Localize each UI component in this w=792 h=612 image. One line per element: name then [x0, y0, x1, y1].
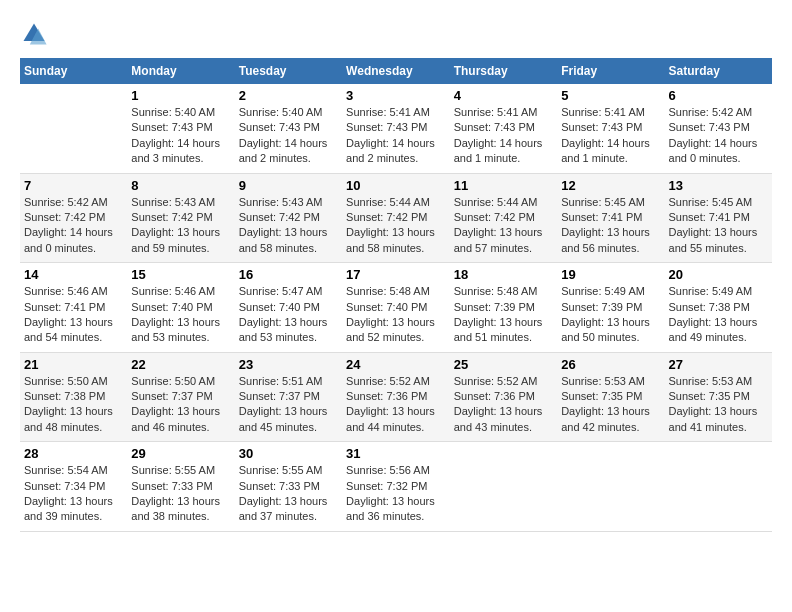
- sunrise-text: Sunrise: 5:54 AM: [24, 463, 123, 478]
- daylight-text: Daylight: 13 hours and 53 minutes.: [239, 315, 338, 346]
- cell-3-1: 14Sunrise: 5:46 AMSunset: 7:41 PMDayligh…: [20, 263, 127, 353]
- sunrise-text: Sunrise: 5:52 AM: [454, 374, 553, 389]
- sunset-text: Sunset: 7:43 PM: [346, 120, 446, 135]
- sunrise-text: Sunrise: 5:42 AM: [669, 105, 768, 120]
- day-number: 25: [454, 357, 553, 372]
- logo: [20, 20, 52, 48]
- day-number: 21: [24, 357, 123, 372]
- day-number: 16: [239, 267, 338, 282]
- daylight-text: Daylight: 13 hours and 36 minutes.: [346, 494, 446, 525]
- cell-2-4: 10Sunrise: 5:44 AMSunset: 7:42 PMDayligh…: [342, 173, 450, 263]
- col-header-tuesday: Tuesday: [235, 58, 342, 84]
- day-number: 13: [669, 178, 768, 193]
- cell-4-6: 26Sunrise: 5:53 AMSunset: 7:35 PMDayligh…: [557, 352, 664, 442]
- sunset-text: Sunset: 7:43 PM: [669, 120, 768, 135]
- sunrise-text: Sunrise: 5:48 AM: [346, 284, 446, 299]
- daylight-text: Daylight: 14 hours and 0 minutes.: [669, 136, 768, 167]
- cell-2-3: 9Sunrise: 5:43 AMSunset: 7:42 PMDaylight…: [235, 173, 342, 263]
- cell-3-3: 16Sunrise: 5:47 AMSunset: 7:40 PMDayligh…: [235, 263, 342, 353]
- day-number: 6: [669, 88, 768, 103]
- cell-2-5: 11Sunrise: 5:44 AMSunset: 7:42 PMDayligh…: [450, 173, 557, 263]
- sunrise-text: Sunrise: 5:50 AM: [24, 374, 123, 389]
- day-number: 5: [561, 88, 660, 103]
- sunrise-text: Sunrise: 5:41 AM: [561, 105, 660, 120]
- daylight-text: Daylight: 14 hours and 0 minutes.: [24, 225, 123, 256]
- sunset-text: Sunset: 7:41 PM: [669, 210, 768, 225]
- sunset-text: Sunset: 7:40 PM: [346, 300, 446, 315]
- daylight-text: Daylight: 13 hours and 44 minutes.: [346, 404, 446, 435]
- col-header-friday: Friday: [557, 58, 664, 84]
- sunrise-text: Sunrise: 5:40 AM: [131, 105, 230, 120]
- sunrise-text: Sunrise: 5:48 AM: [454, 284, 553, 299]
- col-header-saturday: Saturday: [665, 58, 772, 84]
- cell-4-7: 27Sunrise: 5:53 AMSunset: 7:35 PMDayligh…: [665, 352, 772, 442]
- daylight-text: Daylight: 13 hours and 58 minutes.: [239, 225, 338, 256]
- cell-5-3: 30Sunrise: 5:55 AMSunset: 7:33 PMDayligh…: [235, 442, 342, 532]
- sunset-text: Sunset: 7:34 PM: [24, 479, 123, 494]
- logo-icon: [20, 20, 48, 48]
- cell-3-2: 15Sunrise: 5:46 AMSunset: 7:40 PMDayligh…: [127, 263, 234, 353]
- sunrise-text: Sunrise: 5:49 AM: [561, 284, 660, 299]
- cell-1-2: 1Sunrise: 5:40 AMSunset: 7:43 PMDaylight…: [127, 84, 234, 173]
- calendar-table: SundayMondayTuesdayWednesdayThursdayFrid…: [20, 58, 772, 532]
- daylight-text: Daylight: 13 hours and 57 minutes.: [454, 225, 553, 256]
- col-header-monday: Monday: [127, 58, 234, 84]
- daylight-text: Daylight: 13 hours and 54 minutes.: [24, 315, 123, 346]
- sunset-text: Sunset: 7:43 PM: [131, 120, 230, 135]
- sunrise-text: Sunrise: 5:55 AM: [239, 463, 338, 478]
- cell-4-1: 21Sunrise: 5:50 AMSunset: 7:38 PMDayligh…: [20, 352, 127, 442]
- day-number: 20: [669, 267, 768, 282]
- sunset-text: Sunset: 7:39 PM: [454, 300, 553, 315]
- daylight-text: Daylight: 13 hours and 53 minutes.: [131, 315, 230, 346]
- sunset-text: Sunset: 7:42 PM: [239, 210, 338, 225]
- sunrise-text: Sunrise: 5:53 AM: [561, 374, 660, 389]
- sunrise-text: Sunrise: 5:49 AM: [669, 284, 768, 299]
- sunset-text: Sunset: 7:41 PM: [561, 210, 660, 225]
- day-number: 15: [131, 267, 230, 282]
- sunrise-text: Sunrise: 5:50 AM: [131, 374, 230, 389]
- cell-3-5: 18Sunrise: 5:48 AMSunset: 7:39 PMDayligh…: [450, 263, 557, 353]
- cell-1-7: 6Sunrise: 5:42 AMSunset: 7:43 PMDaylight…: [665, 84, 772, 173]
- sunset-text: Sunset: 7:38 PM: [24, 389, 123, 404]
- sunrise-text: Sunrise: 5:41 AM: [454, 105, 553, 120]
- column-headers: SundayMondayTuesdayWednesdayThursdayFrid…: [20, 58, 772, 84]
- sunrise-text: Sunrise: 5:46 AM: [24, 284, 123, 299]
- day-number: 23: [239, 357, 338, 372]
- daylight-text: Daylight: 13 hours and 43 minutes.: [454, 404, 553, 435]
- sunset-text: Sunset: 7:35 PM: [561, 389, 660, 404]
- sunset-text: Sunset: 7:42 PM: [454, 210, 553, 225]
- daylight-text: Daylight: 14 hours and 2 minutes.: [346, 136, 446, 167]
- sunrise-text: Sunrise: 5:40 AM: [239, 105, 338, 120]
- day-number: 29: [131, 446, 230, 461]
- cell-1-4: 3Sunrise: 5:41 AMSunset: 7:43 PMDaylight…: [342, 84, 450, 173]
- sunset-text: Sunset: 7:43 PM: [561, 120, 660, 135]
- sunset-text: Sunset: 7:37 PM: [131, 389, 230, 404]
- sunrise-text: Sunrise: 5:56 AM: [346, 463, 446, 478]
- cell-2-7: 13Sunrise: 5:45 AMSunset: 7:41 PMDayligh…: [665, 173, 772, 263]
- week-row-5: 28Sunrise: 5:54 AMSunset: 7:34 PMDayligh…: [20, 442, 772, 532]
- day-number: 24: [346, 357, 446, 372]
- sunrise-text: Sunrise: 5:55 AM: [131, 463, 230, 478]
- day-number: 4: [454, 88, 553, 103]
- cell-5-4: 31Sunrise: 5:56 AMSunset: 7:32 PMDayligh…: [342, 442, 450, 532]
- col-header-wednesday: Wednesday: [342, 58, 450, 84]
- sunset-text: Sunset: 7:37 PM: [239, 389, 338, 404]
- daylight-text: Daylight: 13 hours and 52 minutes.: [346, 315, 446, 346]
- daylight-text: Daylight: 13 hours and 46 minutes.: [131, 404, 230, 435]
- daylight-text: Daylight: 14 hours and 2 minutes.: [239, 136, 338, 167]
- daylight-text: Daylight: 13 hours and 58 minutes.: [346, 225, 446, 256]
- cell-4-4: 24Sunrise: 5:52 AMSunset: 7:36 PMDayligh…: [342, 352, 450, 442]
- daylight-text: Daylight: 13 hours and 55 minutes.: [669, 225, 768, 256]
- daylight-text: Daylight: 13 hours and 41 minutes.: [669, 404, 768, 435]
- daylight-text: Daylight: 13 hours and 48 minutes.: [24, 404, 123, 435]
- daylight-text: Daylight: 13 hours and 50 minutes.: [561, 315, 660, 346]
- day-number: 27: [669, 357, 768, 372]
- col-header-sunday: Sunday: [20, 58, 127, 84]
- cell-1-6: 5Sunrise: 5:41 AMSunset: 7:43 PMDaylight…: [557, 84, 664, 173]
- daylight-text: Daylight: 13 hours and 59 minutes.: [131, 225, 230, 256]
- day-number: 12: [561, 178, 660, 193]
- sunset-text: Sunset: 7:43 PM: [454, 120, 553, 135]
- day-number: 1: [131, 88, 230, 103]
- daylight-text: Daylight: 14 hours and 1 minute.: [454, 136, 553, 167]
- day-number: 22: [131, 357, 230, 372]
